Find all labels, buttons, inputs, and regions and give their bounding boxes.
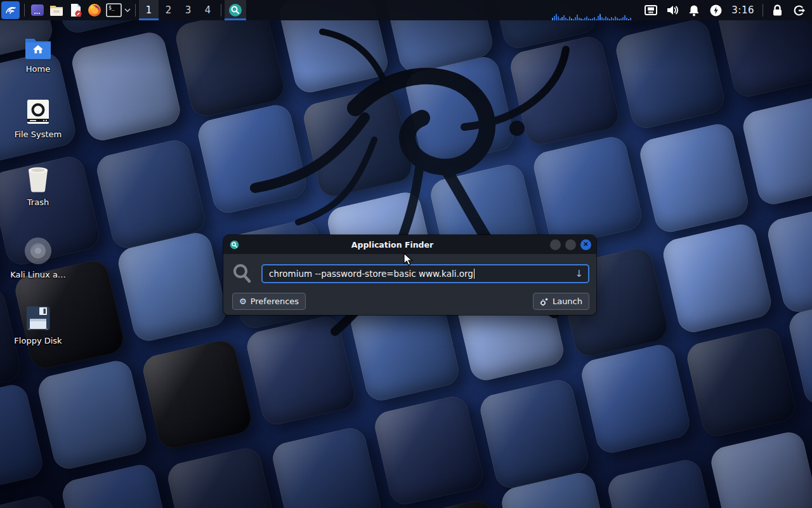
file-system-drive-icon xyxy=(25,98,51,125)
audio-visualizer-bar xyxy=(601,17,603,20)
text-editor-launcher[interactable] xyxy=(66,1,85,20)
audio-visualizer-bar xyxy=(598,16,599,20)
audio-visualizer-bar xyxy=(596,19,597,20)
audio-visualizer-bar xyxy=(584,18,586,20)
svg-text:$_: $_ xyxy=(108,5,115,11)
search-input[interactable]: chromium --password-store=basic www.kali… xyxy=(261,264,589,283)
workspace-button-1[interactable]: 1 xyxy=(139,0,159,20)
desktop-icon-label: Floppy Disk xyxy=(14,336,62,345)
desktop-icon-home[interactable]: Home xyxy=(5,37,71,74)
desktop-icon-trash[interactable]: Trash xyxy=(5,165,71,207)
search-icon xyxy=(232,263,252,284)
launch-icon xyxy=(540,297,549,306)
power-manager-icon[interactable] xyxy=(705,0,726,20)
workspace-button-4[interactable]: 4 xyxy=(198,0,218,20)
application-finder-icon xyxy=(228,3,243,18)
audio-visualizer-bar xyxy=(624,15,625,20)
audio-visualizer-bar xyxy=(611,17,612,20)
audio-visualizer-bar xyxy=(590,19,591,20)
desktop-icon-kali-linux[interactable]: Kali Linux a… xyxy=(5,236,71,279)
firefox-launcher[interactable] xyxy=(85,1,104,20)
applications-menu-button[interactable] xyxy=(1,1,20,19)
audio-visualizer-bar xyxy=(563,15,565,20)
audio-visualizer-bar xyxy=(554,16,555,20)
trash-bucket-icon xyxy=(25,165,51,193)
file-manager-icon xyxy=(49,3,64,18)
audio-visualizer-bar xyxy=(617,18,618,20)
audio-visualizer-bar xyxy=(569,17,570,20)
history-dropdown-icon[interactable]: ↓ xyxy=(575,268,583,279)
taskbar-item-application-finder[interactable] xyxy=(225,0,246,20)
audio-visualizer-bar xyxy=(613,18,614,20)
audio-visualizer-bar xyxy=(586,17,587,20)
kali-cd-icon xyxy=(23,236,53,265)
volume-icon[interactable] xyxy=(662,0,683,20)
audio-visualizer-bar xyxy=(592,18,593,20)
terminal-launcher[interactable]: $_ xyxy=(104,1,123,20)
workspace-button-3[interactable]: 3 xyxy=(178,0,198,20)
logout-icon[interactable] xyxy=(788,0,809,20)
minimize-button[interactable] xyxy=(550,239,561,250)
desktop-icon-label: Trash xyxy=(27,197,49,207)
audio-visualizer-bar xyxy=(603,18,605,20)
desktop-icon-file-system[interactable]: File System xyxy=(5,98,71,139)
network-icon[interactable] xyxy=(640,0,662,20)
audio-visualizer-bar xyxy=(558,17,559,20)
top-panel: $_ 1 2 3 4 xyxy=(0,0,812,20)
firefox-icon xyxy=(87,3,102,18)
audio-visualizer-bar xyxy=(580,18,582,20)
launch-button[interactable]: Launch xyxy=(533,293,589,310)
preferences-button-label: Preferences xyxy=(251,297,299,306)
clock[interactable]: 3:16 xyxy=(726,4,759,16)
desktop-icon-floppy-disk[interactable]: Floppy Disk xyxy=(5,305,71,345)
titlebar[interactable]: Application Finder ✕ xyxy=(223,235,596,254)
application-finder-window: Application Finder ✕ chromium --password… xyxy=(223,235,596,315)
audio-visualizer-bar xyxy=(630,18,631,20)
audio-visualizer-bar xyxy=(605,17,606,20)
audio-visualizer-bar xyxy=(573,19,574,20)
search-input-value: chromium --password-store=basic www.kali… xyxy=(269,269,473,279)
terminal-emulator-launcher[interactable] xyxy=(28,1,47,20)
launch-button-label: Launch xyxy=(553,297,582,306)
workspace-switcher: 1 2 3 4 xyxy=(139,0,218,20)
maximize-button[interactable] xyxy=(565,239,576,250)
audio-visualizer-bar xyxy=(607,18,608,20)
audio-visualizer-bar xyxy=(571,18,572,20)
audio-visualizer-bar xyxy=(552,18,553,20)
window-finder-icon xyxy=(230,240,239,250)
text-editor-icon xyxy=(68,3,83,18)
desktop-icon-label: Kali Linux a… xyxy=(10,270,66,279)
audio-visualizer-bar xyxy=(619,19,620,20)
audio-visualizer-bar xyxy=(579,18,580,20)
home-folder-icon xyxy=(24,37,52,60)
audio-visualizer-bar xyxy=(560,18,561,20)
panel-separator xyxy=(221,4,221,17)
file-manager-launcher[interactable] xyxy=(47,1,66,20)
preferences-button[interactable]: ⚙ Preferences xyxy=(232,293,306,310)
audio-visualizer-bar xyxy=(599,14,601,20)
close-button[interactable]: ✕ xyxy=(580,239,591,250)
workspace-button-2[interactable]: 2 xyxy=(159,0,178,20)
audio-visualizer-bar xyxy=(626,18,627,20)
audio-visualizer-bar xyxy=(561,17,563,20)
panel-separator xyxy=(135,4,136,17)
window-title: Application Finder xyxy=(239,240,546,250)
text-caret xyxy=(474,269,475,279)
audio-visualizer-bar xyxy=(567,19,568,20)
audio-visualizer-bar xyxy=(582,19,584,20)
audio-visualizer-bar xyxy=(620,18,622,20)
desktop-icon-label: File System xyxy=(15,130,62,139)
desktop-icon-label: Home xyxy=(26,64,50,74)
lock-screen-icon[interactable] xyxy=(766,0,788,20)
terminal-icon: $_ xyxy=(106,3,122,17)
audio-visualizer-bar xyxy=(628,19,629,20)
panel-separator xyxy=(763,4,763,17)
panel-separator xyxy=(24,4,25,17)
kali-logo-icon xyxy=(4,4,17,17)
notifications-bell-icon[interactable] xyxy=(683,0,705,20)
launcher-dropdown-chevron-icon[interactable] xyxy=(123,1,132,20)
terminal-emulator-icon xyxy=(30,3,45,18)
audio-visualizer-bar xyxy=(565,18,566,20)
mouse-cursor xyxy=(403,253,414,267)
audio-visualizer-bar xyxy=(588,18,589,20)
